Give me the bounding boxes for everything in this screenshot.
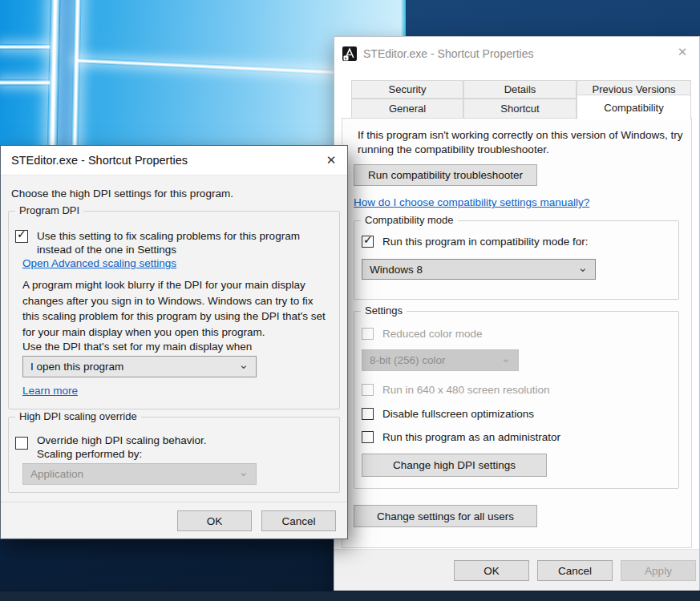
window-title: STEditor.exe - Shortcut Properties: [363, 47, 533, 60]
wallpaper-beam-horizontal: [0, 79, 50, 86]
admin-checkbox-row: Run this program as an administrator: [362, 430, 560, 444]
app-icon: [342, 46, 357, 61]
reduced-color-checkbox-row: Reduced color mode: [362, 327, 483, 341]
shortcut-properties-dialog: STEditor.exe - Shortcut Properties ✕ Sec…: [334, 36, 700, 591]
tab-security[interactable]: Security: [351, 80, 463, 99]
admin-label: Run this program as an administrator: [382, 430, 560, 444]
fix-scaling-checkbox-label: Use this setting to fix scaling problems…: [37, 229, 318, 256]
fix-scaling-checkbox[interactable]: ✓: [15, 230, 28, 243]
group-label: Program DPI: [15, 204, 83, 216]
dpi-description-text: A program might look blurry if the DPI f…: [22, 277, 326, 340]
close-icon[interactable]: ✕: [322, 151, 341, 170]
compatibility-help-link[interactable]: How do I choose compatibility settings m…: [354, 196, 589, 208]
window-title: STEditor.exe - Shortcut Properties: [11, 154, 188, 167]
settings-group: Settings Reduced color mode 8-bit (256) …: [354, 311, 679, 489]
dpi-override-group: High DPI scaling override Override high …: [8, 417, 340, 493]
tab-details[interactable]: Details: [463, 80, 577, 99]
group-label: Compatibility mode: [361, 214, 458, 226]
resolution-label: Run in 640 x 480 screen resolution: [382, 383, 550, 397]
override-label-line1: Override high DPI scaling behavior.: [37, 434, 207, 447]
compatibility-mode-group: Compatibility mode ✓ Run this program in…: [354, 220, 679, 300]
titlebar: STEditor.exe - Shortcut Properties ✕: [1, 146, 347, 175]
group-label: Settings: [361, 305, 407, 317]
override-checkbox-row: Override high DPI scaling behavior. Scal…: [15, 434, 207, 461]
compat-mode-checkbox-row: ✓ Run this program in compatibility mode…: [362, 235, 589, 248]
dialog-footer: OK Cancel Apply: [334, 549, 699, 591]
reduced-color-label: Reduced color mode: [382, 327, 483, 341]
color-mode-dropdown: 8-bit (256) color ⌄: [362, 349, 519, 371]
run-troubleshooter-button[interactable]: Run compatibility troubleshooter: [354, 164, 537, 186]
reduced-color-checkbox: [362, 328, 374, 340]
program-dpi-group: Program DPI ✓ Use this setting to fix sc…: [8, 211, 340, 409]
dropdown-value: Application: [30, 468, 83, 480]
learn-more-link[interactable]: Learn more: [22, 385, 78, 397]
apply-button: Apply: [621, 560, 696, 581]
fullscreen-label: Disable fullscreen optimizations: [382, 407, 534, 421]
dpi-combo-label: Use the DPI that's set for my main displ…: [22, 340, 252, 354]
footer-separator: [1, 502, 347, 502]
override-checkbox[interactable]: [15, 437, 28, 450]
tab-shortcut[interactable]: Shortcut: [463, 99, 577, 119]
compat-mode-checkbox-label: Run this program in compatibility mode f…: [382, 235, 589, 248]
cancel-button[interactable]: Cancel: [261, 510, 336, 531]
ok-button[interactable]: OK: [177, 510, 252, 531]
taskbar[interactable]: [0, 591, 700, 601]
dpi-when-dropdown[interactable]: I open this program ⌄: [22, 356, 257, 377]
resolution-checkbox-row: Run in 640 x 480 screen resolution: [362, 383, 550, 397]
dropdown-value: 8-bit (256) color: [370, 354, 446, 366]
group-label: High DPI scaling override: [15, 410, 141, 422]
compat-mode-checkbox[interactable]: ✓: [362, 236, 374, 248]
high-dpi-settings-dialog: STEditor.exe - Shortcut Properties ✕ Cho…: [0, 145, 348, 539]
override-label-line2: Scaling performed by:: [37, 447, 207, 461]
fix-scaling-checkbox-row: ✓ Use this setting to fix scaling proble…: [15, 229, 328, 256]
scaling-performed-by-dropdown: Application ⌄: [22, 463, 257, 485]
desktop: STEditor.exe - Shortcut Properties ✕ Sec…: [0, 0, 700, 601]
titlebar: STEditor.exe - Shortcut Properties ✕: [334, 37, 699, 71]
dropdown-value: Windows 8: [370, 264, 423, 276]
cancel-button[interactable]: Cancel: [537, 560, 613, 581]
close-icon[interactable]: ✕: [673, 42, 692, 62]
check-icon: ✓: [17, 228, 26, 241]
tab-compatibility[interactable]: Compatibility: [577, 95, 691, 119]
dropdown-value: I open this program: [30, 361, 123, 373]
change-high-dpi-button[interactable]: Change high DPI settings: [362, 454, 547, 477]
check-icon: ✓: [363, 233, 373, 247]
dpi-intro-text: Choose the high DPI settings for this pr…: [11, 187, 233, 201]
admin-checkbox[interactable]: [362, 431, 374, 443]
fullscreen-checkbox[interactable]: [362, 408, 374, 420]
compatibility-tab-page: If this program isn't working correctly …: [342, 118, 692, 548]
wallpaper-beam-horizontal: [0, 44, 50, 50]
override-checkbox-label: Override high DPI scaling behavior. Scal…: [37, 434, 207, 461]
compatibility-intro-text: If this program isn't working correctly …: [358, 128, 688, 157]
compat-mode-dropdown[interactable]: Windows 8 ⌄: [362, 259, 596, 280]
resolution-checkbox: [362, 384, 374, 396]
change-settings-all-users-button[interactable]: Change settings for all users: [354, 505, 537, 527]
fullscreen-checkbox-row: Disable fullscreen optimizations: [362, 407, 534, 421]
ok-button[interactable]: OK: [454, 560, 529, 581]
tab-general[interactable]: General: [351, 99, 463, 119]
advanced-scaling-link[interactable]: Open Advanced scaling settings: [22, 257, 176, 269]
